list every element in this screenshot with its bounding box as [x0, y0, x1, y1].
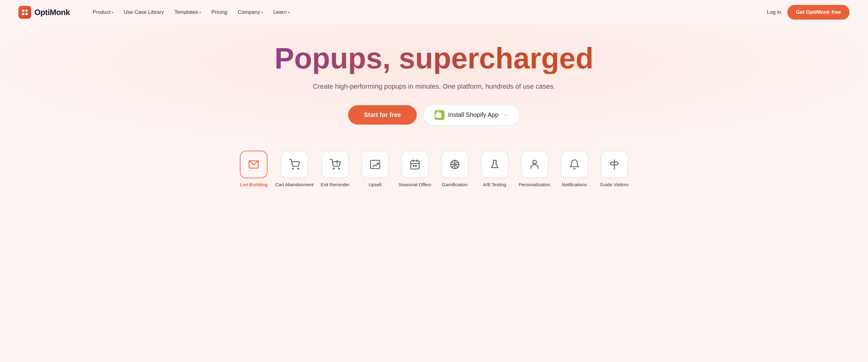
nav-actions: Log in Get OptiMonk free	[767, 5, 849, 20]
learn-chevron-icon: ▾	[288, 11, 289, 14]
nav-product[interactable]: Product ▾	[88, 7, 118, 18]
cart-icon	[289, 159, 300, 170]
svg-point-6	[292, 168, 293, 169]
hero-section: Popups, supercharged Create high-perform…	[0, 25, 868, 142]
category-seasonal-offers[interactable]: Seasonal Offers	[397, 151, 433, 187]
wheel-icon	[450, 159, 460, 170]
gamification-label: Gamification	[442, 182, 467, 187]
hero-subtitle: Create high-performing popups in minutes…	[12, 83, 856, 90]
svg-line-25	[452, 161, 453, 163]
svg-rect-13	[411, 161, 419, 169]
cart-abandonment-label: Cart Abandonment	[275, 182, 313, 187]
svg-rect-0	[22, 9, 24, 12]
category-cart-abandonment[interactable]: Cart Abandonment	[275, 151, 313, 187]
alert-cart-icon	[330, 159, 341, 170]
navbar: OptiMonk Product ▾ Use Case Library Temp…	[0, 0, 868, 25]
guide-visitors-icon-wrap	[600, 151, 628, 178]
nav-pricing[interactable]: Pricing	[207, 7, 231, 18]
category-personalization[interactable]: Personalization	[516, 151, 553, 187]
personalization-icon-wrap	[521, 151, 549, 178]
templates-chevron-icon: ▾	[199, 11, 201, 14]
svg-point-31	[533, 160, 536, 164]
category-exit-reminder[interactable]: Exit Reminder	[317, 151, 354, 187]
email-icon	[248, 159, 259, 170]
ab-testing-icon-wrap	[481, 151, 508, 178]
chart-up-icon	[370, 159, 381, 170]
login-link[interactable]: Log in	[767, 9, 781, 16]
logo-link[interactable]: OptiMonk	[19, 6, 70, 19]
guide-visitors-label: Guide Visitors	[600, 182, 628, 187]
upsell-label: Upsell	[369, 182, 381, 187]
shopify-arrow-icon: →	[502, 111, 508, 118]
cart-abandonment-icon-wrap	[281, 151, 308, 178]
svg-rect-17	[413, 165, 414, 166]
notifications-icon-wrap	[561, 151, 588, 178]
category-guide-visitors[interactable]: Guide Visitors	[596, 151, 633, 187]
seasonal-offers-icon-wrap	[401, 151, 429, 178]
shopify-icon	[435, 110, 444, 120]
list-building-icon-wrap	[240, 151, 268, 178]
svg-rect-3	[26, 13, 28, 15]
svg-line-27	[456, 161, 458, 163]
nav-learn[interactable]: Learn ▾	[269, 7, 293, 18]
svg-rect-18	[415, 165, 416, 166]
company-chevron-icon: ▾	[261, 11, 263, 14]
svg-point-9	[338, 168, 339, 169]
hero-title: Popups, supercharged	[12, 43, 856, 74]
start-for-free-button[interactable]: Start for free	[348, 105, 417, 125]
seasonal-offers-label: Seasonal Offers	[398, 182, 431, 187]
exit-reminder-icon-wrap	[321, 151, 349, 178]
bell-icon	[569, 159, 580, 170]
hero-buttons: Start for free Install Shopify App →	[12, 104, 856, 126]
nav-links: Product ▾ Use Case Library Templates ▾ P…	[88, 7, 767, 18]
signpost-icon	[609, 159, 620, 170]
nav-company[interactable]: Company ▾	[234, 7, 267, 18]
svg-line-26	[456, 166, 458, 168]
category-notifications[interactable]: Notifications	[556, 151, 593, 187]
install-shopify-button[interactable]: Install Shopify App →	[423, 104, 520, 126]
categories-row: List Building Cart Abandonment	[0, 142, 868, 200]
ab-testing-label: A/B Testing	[483, 182, 506, 187]
nav-use-case-library[interactable]: Use Case Library	[119, 7, 168, 18]
beaker-icon	[489, 159, 500, 170]
svg-rect-2	[22, 13, 24, 15]
svg-point-7	[298, 168, 299, 169]
logo-icon	[19, 6, 31, 19]
get-optimonk-button[interactable]: Get OptiMonk free	[787, 5, 849, 20]
list-building-label: List Building	[240, 182, 268, 187]
personalization-label: Personalization	[519, 182, 550, 187]
product-chevron-icon: ▾	[112, 11, 113, 14]
category-ab-testing[interactable]: A/B Testing	[476, 151, 513, 187]
svg-point-8	[333, 168, 334, 169]
exit-reminder-label: Exit Reminder	[320, 182, 349, 187]
upsell-icon-wrap	[361, 151, 389, 178]
svg-line-28	[452, 166, 453, 168]
category-upsell[interactable]: Upsell	[357, 151, 394, 187]
person-icon	[529, 159, 540, 170]
gamification-icon-wrap	[441, 151, 469, 178]
svg-rect-1	[26, 9, 28, 12]
nav-templates[interactable]: Templates ▾	[170, 7, 205, 18]
category-gamification[interactable]: Gamification	[436, 151, 473, 187]
category-list-building[interactable]: List Building	[235, 151, 272, 187]
calendar-icon	[409, 159, 421, 170]
shopify-button-label: Install Shopify App	[448, 111, 499, 118]
logo-text: OptiMonk	[34, 8, 70, 17]
notifications-label: Notifications	[562, 182, 587, 187]
